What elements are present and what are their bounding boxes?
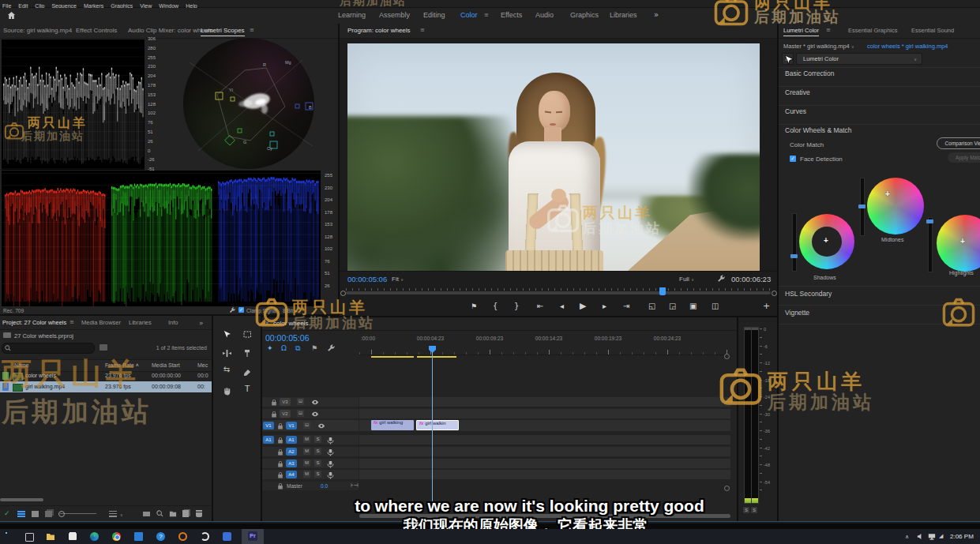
store-icon[interactable]: [69, 533, 77, 540]
highlights-wheel-crosshair[interactable]: +: [960, 237, 965, 246]
mute-button[interactable]: M: [303, 460, 310, 467]
lock-icon[interactable]: [277, 448, 283, 456]
tab-info[interactable]: Info: [168, 319, 178, 326]
lumetri-sequence-clip-link[interactable]: color wheels * girl walking.mp4: [867, 43, 948, 50]
swirl-app-icon[interactable]: [201, 532, 209, 541]
lumetri-panel-menu-icon[interactable]: ≡: [826, 27, 831, 33]
midtones-luma-slider[interactable]: [860, 178, 865, 236]
track-name-v2[interactable]: V2: [280, 410, 291, 418]
workspace-tab-audio[interactable]: Audio: [535, 11, 554, 19]
mark-in-button[interactable]: {: [493, 302, 498, 310]
section-creative[interactable]: Creative: [785, 88, 810, 96]
workspace-tab-color[interactable]: Color: [460, 11, 478, 19]
track-name-a1[interactable]: A1: [286, 436, 297, 444]
timeline-settings-wrench-icon[interactable]: [327, 344, 335, 352]
project-writable-icon[interactable]: ✓: [4, 509, 10, 517]
scrubber-end-handle[interactable]: [772, 291, 777, 296]
edge-browser-icon[interactable]: [90, 532, 99, 541]
section-basic-correction[interactable]: Basic Correction: [785, 69, 834, 77]
toggle-track-output-eye-icon[interactable]: [317, 422, 325, 430]
track-lane-a2[interactable]: [359, 447, 730, 456]
premiere-taskbar-button[interactable]: Pr: [242, 529, 264, 544]
blue-app-icon[interactable]: [223, 532, 231, 541]
play-button[interactable]: ▶: [580, 301, 586, 311]
button-editor-plus[interactable]: +: [763, 301, 770, 311]
project-horizontal-scrollbar[interactable]: [0, 498, 43, 501]
ripple-edit-tool[interactable]: [218, 346, 235, 360]
taskbar-clock[interactable]: 2:06 PM: [950, 533, 974, 540]
scopes-panel-menu-icon[interactable]: ≡: [250, 27, 254, 33]
track-select-tool[interactable]: [238, 327, 256, 341]
program-scrubber[interactable]: [340, 287, 777, 299]
track-lane-v3[interactable]: [359, 397, 730, 407]
chrome-browser-icon[interactable]: [112, 532, 121, 541]
step-forward-button[interactable]: ▸: [603, 302, 606, 310]
search-bin-icon[interactable]: [100, 344, 107, 351]
tab-lumetri-scopes[interactable]: Lumetri Scopes: [201, 27, 245, 36]
home-icon[interactable]: [7, 11, 16, 20]
program-timecode[interactable]: 00:00:05:06: [347, 275, 387, 283]
tab-libraries[interactable]: Libraries: [129, 319, 152, 326]
track-name-v3[interactable]: V3: [280, 398, 291, 406]
lock-icon[interactable]: [277, 437, 283, 444]
linked-selection-icon[interactable]: ⧉: [295, 344, 300, 353]
timeline-vscroll-bottom-handle[interactable]: [724, 486, 730, 491]
freeform-view-button[interactable]: [45, 511, 52, 517]
file-explorer-icon[interactable]: [46, 532, 55, 541]
project-panel-menu-icon[interactable]: ≡: [69, 319, 74, 325]
voiceover-record-mic-icon[interactable]: [327, 471, 334, 479]
solo-button[interactable]: S: [314, 471, 321, 478]
lock-icon[interactable]: [271, 399, 277, 406]
export-frame-button[interactable]: ▣: [689, 302, 697, 310]
section-curves[interactable]: Curves: [785, 107, 806, 115]
workspace-overflow-icon[interactable]: »: [654, 10, 659, 19]
extract-button[interactable]: ◲: [669, 302, 676, 310]
project-search-input[interactable]: [2, 343, 95, 354]
track-lane-v2[interactable]: [359, 409, 730, 418]
timeline-clip-selected[interactable]: fxgirl walkin: [416, 420, 459, 430]
highlights-luma-slider[interactable]: [928, 217, 933, 272]
task-view-icon[interactable]: [25, 533, 34, 542]
scrubber-start-handle[interactable]: [340, 291, 346, 296]
tab-media-browser[interactable]: Media Browser: [81, 319, 121, 326]
step-back-button[interactable]: ◂: [560, 302, 564, 310]
solo-button[interactable]: S: [314, 448, 321, 455]
icon-view-button[interactable]: [32, 511, 39, 517]
lock-icon[interactable]: [277, 460, 283, 467]
column-media-end[interactable]: Mec: [197, 362, 208, 368]
program-panel-menu-icon[interactable]: ≡: [420, 27, 425, 33]
midtones-color-wheel[interactable]: [867, 178, 924, 234]
program-playhead[interactable]: [659, 287, 666, 295]
timeline-vscroll-top-handle[interactable]: [724, 354, 730, 359]
tab-essential-graphics[interactable]: Essential Graphics: [848, 27, 898, 34]
mail-app-icon[interactable]: [134, 532, 143, 541]
track-name-a4[interactable]: A4: [286, 471, 297, 478]
voiceover-record-mic-icon[interactable]: [327, 448, 334, 456]
go-to-out-button[interactable]: ⇥: [623, 302, 629, 310]
timeline-clip[interactable]: fxgirl walking: [371, 420, 414, 430]
go-to-in-button[interactable]: ⇤: [537, 302, 543, 310]
track-name-a2[interactable]: A2: [286, 448, 297, 456]
midtones-wheel-crosshair[interactable]: +: [885, 189, 890, 198]
slip-tool[interactable]: ⇆: [218, 365, 235, 379]
toggle-track-output-eye-icon[interactable]: [311, 399, 319, 406]
shadows-wheel-crosshair[interactable]: +: [824, 236, 828, 245]
scopes-wrench-icon[interactable]: [229, 307, 235, 313]
mark-out-button[interactable]: }: [514, 302, 519, 310]
sync-lock-icon[interactable]: ⊡: [297, 398, 304, 405]
tab-project[interactable]: Project: 27 Color wheels: [2, 319, 66, 326]
column-media-start[interactable]: Media Start: [152, 362, 180, 368]
track-lane-a4[interactable]: [359, 470, 730, 479]
timeline-add-marker-icon[interactable]: ⚑: [311, 344, 317, 352]
hand-tool[interactable]: [218, 384, 235, 398]
type-tool[interactable]: T: [238, 384, 256, 398]
selection-tool[interactable]: [218, 327, 235, 341]
master-meter-icon[interactable]: ⊦⊣: [351, 482, 359, 489]
clamp-signal-checkbox[interactable]: ✓: [238, 307, 244, 313]
section-vignette[interactable]: Vignette: [785, 309, 809, 317]
sync-lock-icon[interactable]: ⊡: [303, 422, 310, 429]
highlights-color-wheel[interactable]: [937, 215, 980, 272]
shadows-slider-handle[interactable]: [790, 254, 798, 258]
nest-toggle-icon[interactable]: ✦: [267, 344, 273, 352]
timeline-playhead-line[interactable]: [432, 352, 433, 513]
